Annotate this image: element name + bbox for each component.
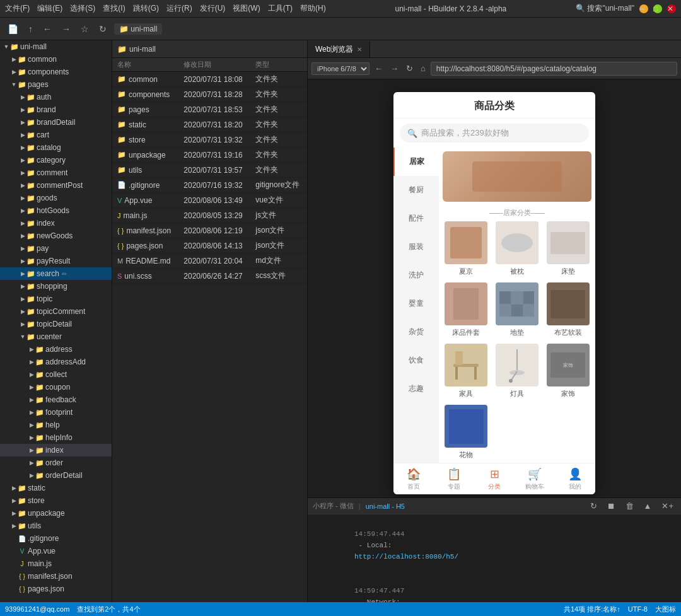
new-file-button[interactable]: 📄 <box>5 23 21 35</box>
tree-item-store[interactable]: ▶ 📁 store <box>0 494 112 507</box>
tree-item-addressAdd[interactable]: ▶ 📁 addressAdd <box>0 356 112 368</box>
console-expand-icon[interactable]: ✕+ <box>659 500 676 512</box>
console-clear-icon[interactable]: 🗑 <box>623 500 636 512</box>
nav-cart[interactable]: 🛒 购物车 <box>515 463 555 494</box>
forward-button[interactable]: → <box>59 23 73 35</box>
tree-item-static[interactable]: ▶ 📁 static <box>0 482 112 494</box>
tree-item-ucenter[interactable]: ▼ 📁 ucenter <box>0 330 112 343</box>
table-row[interactable]: 📁 utils 2020/07/31 19:57 文件夹 <box>112 163 307 178</box>
browser-tab-web[interactable]: Web浏览器 ✕ <box>308 41 370 57</box>
device-selector[interactable]: iPhone 6/7/8 <box>311 62 370 75</box>
url-input[interactable] <box>431 62 677 76</box>
menu-bar[interactable]: 文件(F) 编辑(E) 选择(S) 查找(I) 跳转(G) 运行(R) 发行(U… <box>5 3 326 14</box>
tree-item-help[interactable]: ▶ 📁 help <box>0 419 112 431</box>
browser-forward-icon[interactable]: → <box>388 62 401 74</box>
browser-back-icon[interactable]: ← <box>372 62 385 74</box>
product-item-家饰[interactable]: 家饰 家饰 <box>544 344 591 398</box>
nav-category[interactable]: ⊞ 分类 <box>474 463 515 494</box>
product-item-花物[interactable]: 花物 <box>443 405 490 460</box>
menu-select[interactable]: 选择(S) <box>70 3 95 14</box>
tree-item-brand[interactable]: ▶ 📁 brand <box>0 103 112 116</box>
menu-find[interactable]: 查找(I) <box>103 3 125 14</box>
tree-item-search[interactable]: ▶ 📁 search ✏ <box>0 267 112 280</box>
tree-item-feedback[interactable]: ▶ 📁 feedback <box>0 393 112 406</box>
nav-topic[interactable]: 📋 专题 <box>434 463 474 494</box>
tree-item-catalog[interactable]: ▶ 📁 catalog <box>0 141 112 154</box>
console-sublabel[interactable]: uni-mall - H5 <box>366 503 405 510</box>
table-row[interactable]: M README.md 2020/07/31 20:04 md文件 <box>112 253 307 269</box>
bookmark-button[interactable]: ☆ <box>78 23 91 35</box>
tree-item-topicDetail[interactable]: ▶ 📁 topicDetail <box>0 318 112 330</box>
table-row[interactable]: J main.js 2020/08/05 13:29 js文件 <box>112 208 307 223</box>
tree-item-components[interactable]: ▶ 📁 components <box>0 66 112 78</box>
local-link[interactable]: http://localhost:8080/h5/ <box>354 553 458 561</box>
tree-item-pagesjson[interactable]: ▶ { } pages.json <box>0 583 112 595</box>
tree-item-pay[interactable]: ▶ 📁 pay <box>0 242 112 255</box>
table-row[interactable]: { } manifest.json 2020/08/06 12:19 json文… <box>112 223 307 238</box>
tree-item-newGoods[interactable]: ▶ 📁 newGoods <box>0 230 112 242</box>
cat-item-服装[interactable]: 服装 <box>393 233 439 261</box>
tree-item-footprint[interactable]: ▶ 📁 footprint <box>0 406 112 419</box>
nav-home[interactable]: 🏠 首页 <box>393 463 434 494</box>
tree-item-comment[interactable]: ▶ 📁 comment <box>0 166 112 179</box>
menu-file[interactable]: 文件(F) <box>5 3 30 14</box>
tree-item-cart[interactable]: ▶ 📁 cart <box>0 129 112 141</box>
cat-item-餐厨[interactable]: 餐厨 <box>393 176 439 204</box>
tree-item-payResult[interactable]: ▶ 📁 payResult <box>0 255 112 267</box>
tree-item-topicComment[interactable]: ▶ 📁 topicComment <box>0 305 112 318</box>
tree-item-auth[interactable]: ▶ 📁 auth <box>0 91 112 103</box>
tree-item-index[interactable]: ▶ 📁 index <box>0 217 112 230</box>
category-search[interactable]: 🔍 商品搜索，共239款好物 <box>400 124 589 142</box>
menu-tools[interactable]: 工具(T) <box>268 3 293 14</box>
tree-item-category[interactable]: ▶ 📁 category <box>0 154 112 166</box>
tab-close-button[interactable]: ✕ <box>357 46 362 53</box>
table-row[interactable]: S uni.scss 2020/06/26 14:27 scss文件 <box>112 269 307 284</box>
cat-item-配件[interactable]: 配件 <box>393 204 439 233</box>
table-row[interactable]: 📁 components 2020/07/31 18:28 文件夹 <box>112 87 307 102</box>
tree-root[interactable]: ▼ 📁 uni-mall <box>0 40 112 53</box>
tree-item-manifestjson[interactable]: ▶ { } manifest.json <box>0 570 112 583</box>
tree-item-pages[interactable]: ▼ 📁 pages <box>0 78 112 91</box>
table-row[interactable]: 📁 static 2020/07/31 18:20 文件夹 <box>112 117 307 132</box>
cat-item-洗护[interactable]: 洗护 <box>393 261 439 289</box>
nav-mine[interactable]: 👤 我的 <box>555 463 595 494</box>
tree-item-gitignore[interactable]: ▶ 📄 .gitignore <box>0 532 112 545</box>
table-row[interactable]: { } pages.json 2020/08/06 14:13 json文件 <box>112 238 307 253</box>
product-item-夏京[interactable]: 夏京 <box>443 221 490 276</box>
menu-edit[interactable]: 编辑(E) <box>37 3 62 14</box>
cat-item-饮食[interactable]: 饮食 <box>393 346 439 375</box>
close-button[interactable]: ✕ <box>667 4 676 13</box>
tree-item-unpackage[interactable]: ▶ 📁 unpackage <box>0 507 112 520</box>
arrow-up-button[interactable]: ↑ <box>26 23 35 35</box>
tree-item-coupon[interactable]: ▶ 📁 coupon <box>0 381 112 393</box>
table-row[interactable]: 📁 unpackage 2020/07/31 19:16 文件夹 <box>112 148 307 163</box>
product-item-被枕[interactable]: 被枕 <box>494 221 541 276</box>
table-row[interactable]: V App.vue 2020/08/06 13:49 vue文件 <box>112 193 307 208</box>
tree-item-commentPost[interactable]: ▶ 📁 commentPost <box>0 179 112 192</box>
tree-item-shopping[interactable]: ▶ 📁 shopping <box>0 280 112 293</box>
console-collapse-icon[interactable]: ▲ <box>641 500 655 512</box>
tree-item-appvue[interactable]: ▶ V App.vue <box>0 545 112 557</box>
tree-item-collect[interactable]: ▶ 📁 collect <box>0 368 112 381</box>
product-item-布艺软装[interactable]: 布艺软装 <box>544 282 591 337</box>
tree-item-mainjs[interactable]: ▶ J main.js <box>0 557 112 570</box>
global-search[interactable]: 🔍 搜索"uni-mall" <box>576 3 634 14</box>
table-row[interactable]: 📁 store 2020/07/31 19:32 文件夹 <box>112 132 307 148</box>
maximize-button[interactable]: □ <box>653 4 662 13</box>
product-item-床垫[interactable]: 床垫 <box>544 221 591 276</box>
tree-item-helpInfo[interactable]: ▶ 📁 helpInfo <box>0 431 112 444</box>
menu-view[interactable]: 视图(W) <box>233 3 260 14</box>
console-refresh-icon[interactable]: ↻ <box>588 500 600 512</box>
browser-refresh-icon[interactable]: ↻ <box>404 62 416 74</box>
refresh-button[interactable]: ↻ <box>96 23 109 35</box>
menu-publish[interactable]: 发行(U) <box>200 3 226 14</box>
menu-jump[interactable]: 跳转(G) <box>133 3 159 14</box>
menu-run[interactable]: 运行(R) <box>166 3 192 14</box>
table-row[interactable]: 📁 common 2020/07/31 18:08 文件夹 <box>112 72 307 87</box>
product-item-家具[interactable]: 家具 <box>443 344 490 398</box>
tree-item-brandDetail[interactable]: ▶ 📁 brandDetail <box>0 116 112 129</box>
tree-item-order[interactable]: ▶ 📁 order <box>0 456 112 469</box>
tree-item-topic[interactable]: ▶ 📁 topic <box>0 293 112 305</box>
tree-item-common[interactable]: ▶ 📁 common <box>0 53 112 66</box>
tree-item-ucenter-index[interactable]: ▶ 📁 index <box>0 444 112 456</box>
